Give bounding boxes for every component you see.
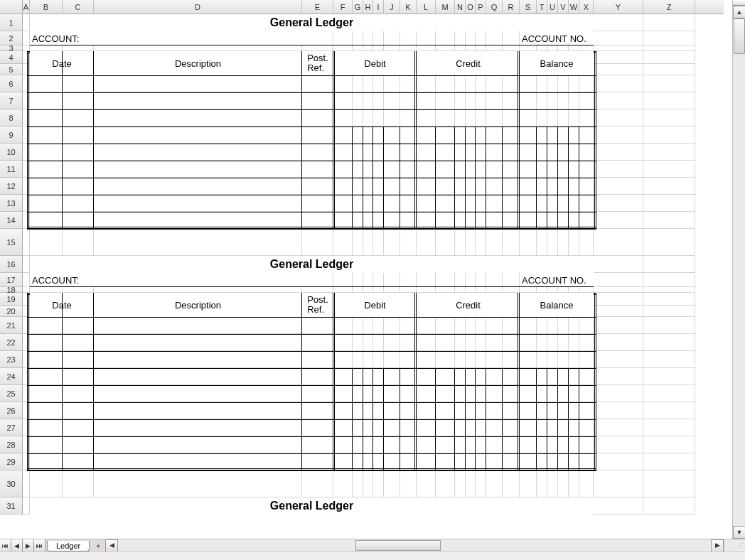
row-header-28[interactable]: 28 <box>0 436 23 453</box>
row-header-26[interactable]: 26 <box>0 402 23 419</box>
scroll-up-button[interactable]: ▲ <box>733 6 745 18</box>
hdr-credit: Credit <box>417 51 520 75</box>
row-header-19[interactable]: 19 <box>0 293 23 306</box>
row-header-8[interactable]: 8 <box>0 109 23 126</box>
row-header-29[interactable]: 29 <box>0 453 23 470</box>
col-header-A[interactable]: A <box>23 0 30 14</box>
last-icon: ⏭ <box>36 543 43 549</box>
col-header-Y[interactable]: Y <box>594 0 643 14</box>
col-header-T[interactable]: T <box>537 0 547 14</box>
col-header-H[interactable]: H <box>363 0 373 14</box>
hdr-balance: Balance <box>520 293 594 317</box>
row-header-23[interactable]: 23 <box>0 351 23 368</box>
row-header-10[interactable]: 10 <box>0 144 23 161</box>
new-sheet-button[interactable]: ✦ <box>91 540 105 551</box>
row-header-25[interactable]: 25 <box>0 385 23 402</box>
col-header-M[interactable]: M <box>436 0 455 14</box>
col-header-J[interactable]: J <box>384 0 400 14</box>
row-header-12[interactable]: 12 <box>0 178 23 195</box>
row-header-5[interactable]: 5 <box>0 64 23 75</box>
triangle-up-icon: ▲ <box>736 9 743 16</box>
tab-next-button[interactable]: ▶ <box>23 539 34 552</box>
triangle-right-icon: ▶ <box>715 542 720 549</box>
col-header-G[interactable]: G <box>353 0 363 14</box>
hscroll-thumb[interactable] <box>355 540 441 551</box>
col-header-O[interactable]: O <box>466 0 476 14</box>
ledger-title-3: General Ledger <box>30 497 594 515</box>
vertical-scrollbar[interactable]: ▲ ▼ <box>732 0 745 539</box>
ledger-title: General Ledger <box>30 256 594 273</box>
col-header-Q[interactable]: Q <box>486 0 503 14</box>
resize-grip[interactable]: ⋰ <box>724 539 745 551</box>
col-header-U[interactable]: U <box>547 0 558 14</box>
row-header-9[interactable]: 9 <box>0 126 23 144</box>
col-header-C[interactable]: C <box>63 0 94 14</box>
row-headers: 1234567891011121314151617181920212223242… <box>0 14 23 515</box>
scroll-right-button[interactable]: ▶ <box>711 539 724 552</box>
col-header-E[interactable]: E <box>302 0 333 14</box>
triangle-left-icon: ◀ <box>109 542 114 549</box>
cells-area[interactable]: General LedgerACCOUNT:ACCOUNT NO.DateDes… <box>23 14 724 515</box>
col-header-B[interactable]: B <box>30 0 63 14</box>
row-header-27[interactable]: 27 <box>0 419 23 436</box>
tab-prev-button[interactable]: ◀ <box>11 539 23 552</box>
row-header-30[interactable]: 30 <box>0 470 23 497</box>
sheet-tab-ledger[interactable]: Ledger <box>47 541 90 551</box>
tab-first-button[interactable]: ⏮ <box>0 539 11 552</box>
hscroll-track[interactable] <box>118 539 711 552</box>
col-header-S[interactable]: S <box>520 0 537 14</box>
hdr-post-ref: Post.Ref. <box>302 293 333 317</box>
row-header-21[interactable]: 21 <box>0 317 23 334</box>
col-header-D[interactable]: D <box>94 0 302 14</box>
tab-last-button[interactable]: ⏭ <box>34 539 45 552</box>
row-header-14[interactable]: 14 <box>0 212 23 229</box>
account-label: ACCOUNT: <box>30 31 302 45</box>
row-header-3[interactable]: 3 <box>0 45 23 51</box>
spreadsheet-grid: ABCDEFGHIJKLMNOPQRSTUVWXYZ 1234567891011… <box>0 0 724 539</box>
hdr-post-ref: Post.Ref. <box>302 51 333 75</box>
col-header-F[interactable]: F <box>333 0 353 14</box>
col-header-R[interactable]: R <box>503 0 520 14</box>
hdr-debit: Debit <box>333 51 417 75</box>
scroll-left-button[interactable]: ◀ <box>105 539 118 552</box>
col-header-N[interactable]: N <box>455 0 466 14</box>
hdr-description: Description <box>94 293 302 317</box>
select-all-corner[interactable] <box>0 0 23 14</box>
row-header-4[interactable]: 4 <box>0 51 23 64</box>
hdr-credit: Credit <box>417 293 520 317</box>
row-header-15[interactable]: 15 <box>0 229 23 256</box>
col-header-Z[interactable]: Z <box>643 0 695 14</box>
hdr-post-ref-text: Post.Ref. <box>307 53 328 72</box>
row-header-13[interactable]: 13 <box>0 195 23 212</box>
row-header-7[interactable]: 7 <box>0 92 23 109</box>
row-header-18[interactable]: 18 <box>0 287 23 293</box>
row-header-11[interactable]: 11 <box>0 161 23 178</box>
hdr-balance: Balance <box>520 51 594 75</box>
ledger-title: General Ledger <box>30 14 594 31</box>
col-header-L[interactable]: L <box>417 0 436 14</box>
row-header-1[interactable]: 1 <box>0 14 23 31</box>
col-header-K[interactable]: K <box>400 0 417 14</box>
hdr-debit: Debit <box>333 293 417 317</box>
row-header-24[interactable]: 24 <box>0 368 23 385</box>
first-icon: ⏮ <box>2 543 9 549</box>
row-header-16[interactable]: 16 <box>0 256 23 273</box>
col-header-X[interactable]: X <box>579 0 594 14</box>
vscroll-track[interactable] <box>733 18 745 526</box>
row-header-20[interactable]: 20 <box>0 306 23 317</box>
tab-nav: ⏮ ◀ ▶ ⏭ <box>0 539 45 551</box>
col-header-P[interactable]: P <box>476 0 486 14</box>
col-header-W[interactable]: W <box>569 0 579 14</box>
account-label: ACCOUNT: <box>30 273 302 287</box>
row-header-31[interactable]: 31 <box>0 497 23 515</box>
col-header-I[interactable]: I <box>373 0 384 14</box>
column-headers: ABCDEFGHIJKLMNOPQRSTUVWXYZ <box>0 0 724 14</box>
row-header-22[interactable]: 22 <box>0 334 23 351</box>
scroll-down-button[interactable]: ▼ <box>733 526 745 539</box>
status-bar <box>0 551 745 560</box>
split-box-v[interactable] <box>733 0 745 6</box>
vscroll-thumb[interactable] <box>734 18 745 54</box>
hdr-post-ref-text: Post.Ref. <box>307 295 328 314</box>
row-header-6[interactable]: 6 <box>0 75 23 92</box>
col-header-V[interactable]: V <box>558 0 569 14</box>
